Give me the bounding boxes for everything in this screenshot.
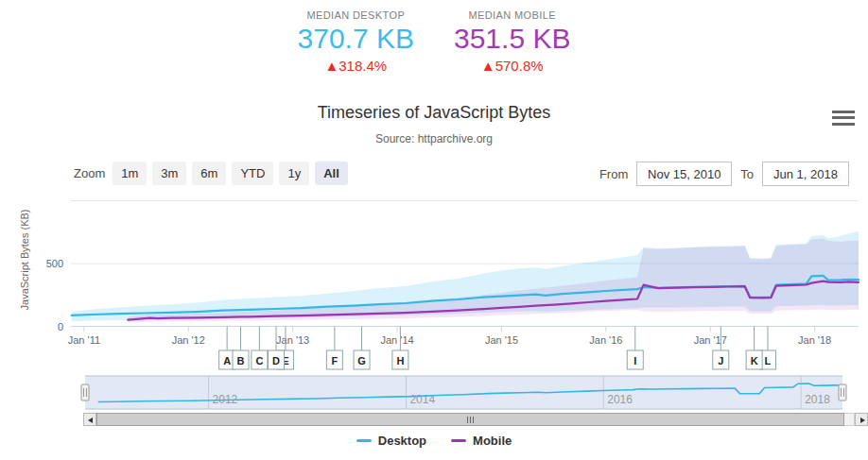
flag-D[interactable]: D: [269, 327, 285, 370]
median-desktop-stat: MEDIAN DESKTOP 370.7 KB ▲318.4%: [298, 9, 414, 74]
zoom-button-1m[interactable]: 1m: [113, 162, 147, 185]
x-axis-label: Jan '12: [172, 334, 205, 346]
navigator-mask[interactable]: [85, 376, 842, 409]
navigator-axis-label: 2016: [607, 393, 633, 406]
y-axis-label: 500: [46, 258, 63, 269]
flag-K[interactable]: K: [746, 327, 762, 370]
navigator-right-handle[interactable]: [839, 384, 846, 400]
flag-J[interactable]: J: [713, 327, 729, 370]
flag-G[interactable]: G: [354, 327, 370, 370]
scrollbar-left-arrow-icon[interactable]: [83, 413, 96, 426]
navigator[interactable]: 2012201420162018: [0, 374, 868, 412]
zoom-button-ytd[interactable]: YTD: [232, 162, 273, 185]
svg-text:D: D: [272, 355, 280, 366]
navigator-left-handle[interactable]: [81, 384, 89, 400]
navigator-axis-label: 2018: [805, 393, 830, 406]
zoom-button-6m[interactable]: 6m: [192, 162, 226, 185]
median-desktop-change: ▲318.4%: [298, 58, 414, 74]
x-axis-label: Jan '15: [485, 334, 518, 346]
svg-text:G: G: [357, 355, 366, 366]
svg-text:I: I: [634, 355, 636, 366]
x-axis-label: Jan '17: [694, 334, 727, 346]
median-mobile-label: MEDIAN MOBILE: [454, 9, 570, 21]
x-axis-label: Jan '13: [276, 334, 309, 346]
flag-I[interactable]: I: [627, 327, 643, 370]
x-axis-label: Jan '16: [589, 334, 622, 346]
x-axis-label: Jan '18: [798, 334, 831, 346]
scrollbar: [0, 413, 868, 426]
svg-text:B: B: [237, 355, 245, 366]
svg-text:H: H: [396, 355, 404, 366]
median-stats: MEDIAN DESKTOP 370.7 KB ▲318.4% MEDIAN M…: [0, 9, 868, 74]
flag-C[interactable]: C: [252, 327, 268, 370]
chart-title: Timeseries of JavaScript Bytes: [0, 103, 868, 123]
x-axis-label: Jan '11: [68, 334, 100, 346]
zoom-label: Zoom: [74, 166, 105, 180]
svg-text:K: K: [751, 355, 758, 366]
zoom-button-3m[interactable]: 3m: [152, 162, 186, 185]
scrollbar-right-arrow-icon[interactable]: [855, 413, 868, 426]
y-axis-label: 0: [58, 321, 63, 332]
flag-F[interactable]: F: [326, 327, 342, 370]
main-chart: Jan '11Jan '12Jan '13Jan '14Jan '15Jan '…: [0, 189, 868, 374]
x-axis-label: Jan '14: [381, 334, 414, 346]
svg-text:F: F: [331, 355, 338, 366]
zoom-button-1y[interactable]: 1y: [279, 162, 309, 185]
legend-marker-mobile: [451, 439, 466, 442]
date-range-group: From To: [591, 162, 849, 186]
to-date-input[interactable]: [762, 162, 849, 186]
median-mobile-change: ▲570.8%: [454, 58, 570, 74]
to-label: To: [740, 167, 754, 181]
svg-text:A: A: [223, 355, 231, 366]
range-selector: Zoom 1m3m6mYTD1yAll From To: [0, 162, 868, 186]
svg-text:J: J: [718, 355, 723, 366]
flag-H[interactable]: H: [392, 327, 408, 370]
legend-marker-desktop: [356, 439, 372, 442]
y-axis-title: JavaScript Bytes (KB): [19, 210, 30, 311]
median-desktop-value: 370.7 KB: [298, 23, 414, 55]
zoom-button-all[interactable]: All: [315, 162, 348, 185]
median-desktop-label: MEDIAN DESKTOP: [298, 9, 414, 21]
legend-item-mobile[interactable]: Mobile: [451, 434, 512, 448]
scrollbar-thumb[interactable]: [96, 413, 844, 426]
from-label: From: [599, 167, 628, 181]
chart-subtitle: Source: httparchive.org: [0, 132, 868, 145]
median-mobile-stat: MEDIAN MOBILE 351.5 KB ▲570.8%: [454, 9, 570, 74]
median-mobile-value: 351.5 KB: [454, 23, 570, 55]
hamburger-menu-icon[interactable]: [832, 107, 857, 129]
legend: DesktopMobile: [0, 434, 868, 448]
legend-item-desktop[interactable]: Desktop: [356, 434, 426, 448]
scrollbar-rivets-icon: [467, 417, 474, 423]
svg-text:C: C: [255, 355, 263, 366]
svg-text:L: L: [765, 355, 772, 366]
flag-B[interactable]: B: [233, 327, 249, 370]
from-date-input[interactable]: [636, 162, 732, 186]
zoom-button-group: Zoom 1m3m6mYTD1yAll: [74, 162, 354, 185]
